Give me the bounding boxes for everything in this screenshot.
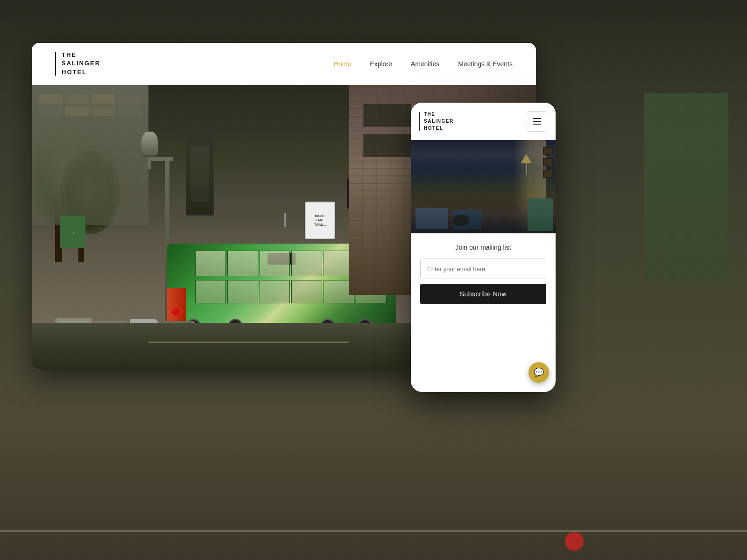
lamp-globe <box>141 132 158 157</box>
table-lamp <box>522 154 530 177</box>
street-sign-left: → <box>60 216 85 248</box>
mobile-mailing-section: Join our mailing list Subscribe Now <box>411 233 556 315</box>
nav-explore[interactable]: Explore <box>370 60 392 68</box>
hamburger-line-1 <box>533 118 541 119</box>
desktop-nav: Home Explore Amenities Meetings & Events <box>334 60 513 68</box>
nav-amenities[interactable]: Amenities <box>411 60 439 68</box>
logo-divider <box>55 52 56 76</box>
mobile-interior-photo <box>411 140 556 233</box>
mobile-phone-window: THE SALINGER HOTEL <box>411 103 556 392</box>
desktop-logo-area: THE SALINGER HOTEL <box>55 51 100 77</box>
mobile-logo-area: THE SALINGER HOTEL <box>419 111 454 132</box>
wall-pictures <box>543 147 553 178</box>
mailing-title: Join our mailing list <box>420 244 546 251</box>
mobile-logo-text: THE SALINGER HOTEL <box>424 111 454 132</box>
email-input[interactable] <box>420 259 546 279</box>
nav-meetings-events[interactable]: Meetings & Events <box>458 60 513 68</box>
bg-street-lines <box>0 530 747 532</box>
subscribe-button[interactable]: Subscribe Now <box>420 284 546 304</box>
lamp-arm <box>148 157 173 169</box>
sofa-right <box>528 198 553 231</box>
desktop-header: THE SALINGER HOTEL Home Explore Amenitie… <box>32 43 536 85</box>
nav-home[interactable]: Home <box>334 60 351 68</box>
ad-banner <box>186 132 214 216</box>
desktop-logo-text: THE SALINGER HOTEL <box>62 51 100 77</box>
mobile-header: THE SALINGER HOTEL <box>411 103 556 140</box>
mobile-logo-divider <box>419 112 420 131</box>
buildings-left <box>32 85 148 225</box>
hamburger-line-2 <box>533 121 541 122</box>
sofa-left <box>416 208 448 229</box>
hamburger-line-3 <box>533 124 541 125</box>
bg-green-sign <box>644 93 728 280</box>
chat-bubble-button[interactable]: 💬 <box>529 362 549 383</box>
table-surface <box>453 215 469 226</box>
chat-icon: 💬 <box>534 367 544 378</box>
hamburger-button[interactable] <box>527 111 547 132</box>
bg-red-light <box>565 532 584 551</box>
